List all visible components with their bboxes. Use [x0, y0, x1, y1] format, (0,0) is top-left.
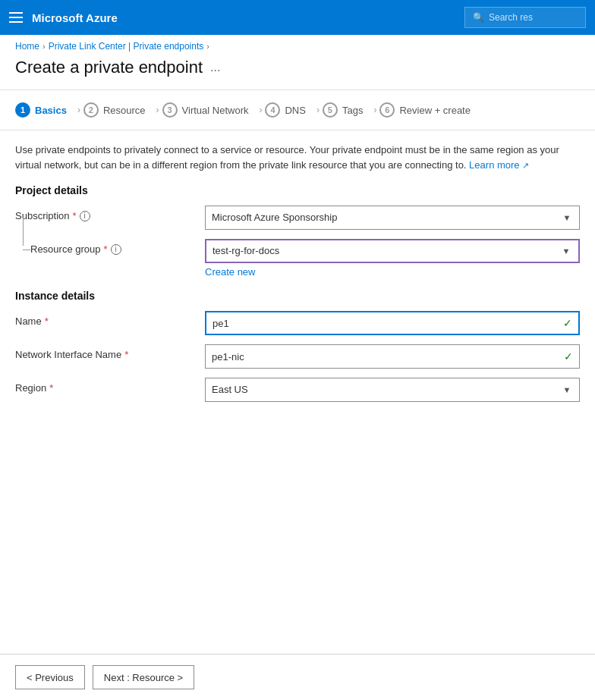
- subscription-info-icon[interactable]: i: [80, 211, 90, 221]
- app-title: Microsoft Azure: [32, 11, 455, 24]
- svg-rect-2: [9, 21, 23, 23]
- step-sep-4: ›: [316, 105, 323, 115]
- breadcrumb-home[interactable]: Home: [15, 41, 39, 52]
- step-label-resource: Resource: [103, 105, 146, 116]
- step-circle-5: 5: [323, 102, 338, 118]
- step-label-tags: Tags: [342, 105, 363, 116]
- topbar: Microsoft Azure 🔍: [0, 0, 595, 35]
- subscription-required: *: [73, 210, 77, 221]
- step-basics[interactable]: 1 Basics: [15, 99, 77, 121]
- name-check-icon: ✓: [563, 317, 578, 329]
- search-input[interactable]: [489, 12, 572, 23]
- page-title-row: Create a private endpoint ...: [0, 55, 595, 89]
- resource-group-field: test-rg-for-docs ▼ test-rg-for-docs Crea…: [205, 239, 580, 278]
- breadcrumb-sep-2: ›: [206, 42, 209, 51]
- svg-rect-0: [9, 12, 23, 14]
- page-title: Create a private endpoint: [15, 58, 203, 77]
- learn-more-link[interactable]: Learn more ↗: [469, 159, 529, 171]
- previous-button[interactable]: < Previous: [15, 665, 85, 689]
- region-dropdown[interactable]: East US ▼ East US: [205, 378, 580, 402]
- nic-label: Network Interface Name *: [15, 344, 205, 360]
- search-box[interactable]: 🔍: [464, 7, 586, 28]
- subscription-dropdown[interactable]: Microsoft Azure Sponsorship ▼ Microsoft …: [205, 206, 580, 230]
- nic-input-wrap: ✓: [205, 344, 580, 369]
- search-icon: 🔍: [473, 12, 484, 23]
- region-label: Region *: [15, 378, 205, 394]
- step-label-virtual-network: Virtual Network: [182, 105, 249, 116]
- nic-required: *: [124, 349, 128, 360]
- step-dns[interactable]: 4 DNS: [265, 99, 316, 121]
- step-circle-3: 3: [162, 102, 178, 118]
- name-input[interactable]: [206, 318, 563, 329]
- nic-input[interactable]: [206, 351, 564, 363]
- subscription-row: Subscription * i Microsoft Azure Sponsor…: [15, 206, 580, 230]
- step-tags[interactable]: 5 Tags: [323, 99, 373, 121]
- resource-group-row: Resource group * i test-rg-for-docs ▼ te…: [15, 239, 580, 278]
- step-label-dns: DNS: [285, 105, 305, 116]
- instance-details-title: Instance details: [15, 290, 580, 302]
- svg-rect-1: [9, 17, 23, 18]
- breadcrumb: Home › Private Link Center | Private end…: [0, 35, 595, 55]
- step-sep-3: ›: [259, 105, 265, 115]
- next-button[interactable]: Next : Resource >: [93, 665, 194, 689]
- page-title-menu[interactable]: ...: [210, 61, 220, 74]
- name-input-wrap: ✓: [205, 311, 580, 335]
- main-content: Use private endpoints to privately conne…: [0, 130, 595, 423]
- step-label-basics: Basics: [35, 105, 67, 116]
- hamburger-menu[interactable]: [9, 12, 23, 23]
- wizard-steps: 1 Basics › 2 Resource › 3 Virtual Networ…: [0, 90, 595, 130]
- create-new-link-wrap: Create new: [205, 266, 580, 278]
- breadcrumb-sep-1: ›: [42, 42, 46, 51]
- resource-group-info-icon[interactable]: i: [111, 244, 121, 255]
- resource-group-dropdown[interactable]: test-rg-for-docs ▼ test-rg-for-docs: [205, 239, 580, 263]
- breadcrumb-parent[interactable]: Private Link Center | Private endpoints: [49, 41, 204, 52]
- step-label-review-create: Review + create: [399, 105, 471, 116]
- name-row: Name * ✓: [15, 311, 580, 335]
- page-footer: < Previous Next : Resource >: [0, 654, 595, 700]
- create-new-link[interactable]: Create new: [205, 266, 255, 278]
- nic-row: Network Interface Name * ✓: [15, 344, 580, 369]
- step-circle-1: 1: [15, 102, 30, 118]
- region-required: *: [49, 382, 53, 394]
- step-circle-4: 4: [265, 102, 280, 118]
- resource-group-required: *: [104, 243, 108, 255]
- step-review-create[interactable]: 6 Review + create: [379, 99, 481, 121]
- external-link-icon: ↗: [522, 161, 529, 170]
- step-sep-2: ›: [156, 105, 162, 115]
- resource-group-label: Resource group * i: [15, 239, 205, 255]
- subscription-label: Subscription * i: [15, 206, 205, 221]
- subscription-field: Microsoft Azure Sponsorship ▼ Microsoft …: [205, 206, 580, 230]
- nic-check-icon: ✓: [564, 350, 579, 363]
- step-sep-5: ›: [373, 105, 379, 115]
- step-circle-6: 6: [379, 102, 395, 118]
- name-field: ✓: [205, 311, 580, 335]
- project-details-title: Project details: [15, 184, 580, 196]
- info-text: Use private endpoints to privately conne…: [15, 143, 580, 172]
- name-label: Name *: [15, 311, 205, 327]
- step-virtual-network[interactable]: 3 Virtual Network: [162, 99, 260, 121]
- region-field: East US ▼ East US: [205, 378, 580, 402]
- step-resource[interactable]: 2 Resource: [83, 99, 156, 121]
- region-row: Region * East US ▼ East US: [15, 378, 580, 402]
- step-sep-1: ›: [77, 105, 83, 115]
- nic-field: ✓: [205, 344, 580, 369]
- name-required: *: [45, 315, 49, 327]
- step-circle-2: 2: [83, 102, 99, 118]
